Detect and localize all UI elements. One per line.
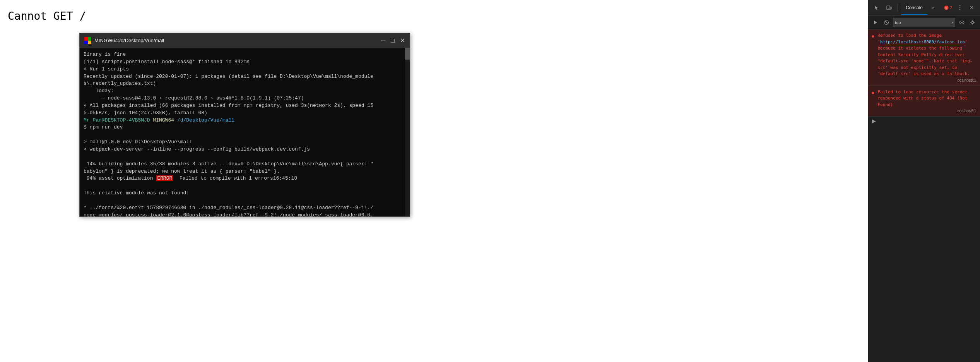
- expand-arrow-icon[interactable]: ▶: [872, 118, 876, 124]
- filter-bar: top frame1 frame2 ▾: [868, 15, 980, 29]
- terminal-title-left: MINGW64:/d/Desktop/Vue/mall: [84, 37, 164, 44]
- play-button[interactable]: [871, 18, 880, 27]
- error-source-2[interactable]: localhost/:1: [877, 109, 976, 113]
- svg-rect-3: [88, 41, 91, 44]
- block-button[interactable]: [882, 18, 891, 27]
- console-error-1: ● Refused to load the image 'http://loca…: [868, 29, 980, 86]
- tab-console[interactable]: Console: [901, 1, 927, 15]
- block-icon: [884, 20, 889, 25]
- tab-more-btn[interactable]: »: [929, 5, 936, 10]
- terminal-controls: ─ □ ✕: [381, 38, 405, 44]
- context-select[interactable]: top frame1 frame2: [893, 18, 955, 27]
- cannot-get-text: Cannot GET /: [8, 10, 86, 22]
- error-icon-1: ●: [871, 33, 874, 39]
- vertical-dots-icon: ⋮: [957, 4, 963, 11]
- mingw-icon: [84, 37, 91, 44]
- svg-rect-1: [88, 37, 91, 41]
- svg-point-14: [972, 21, 974, 23]
- console-error-2: ● Failed to load resource: the server re…: [868, 86, 980, 117]
- console-messages: ● Refused to load the image 'http://loca…: [868, 29, 980, 362]
- error-content-1: Refused to load the image 'http://localh…: [877, 33, 976, 82]
- devtools-panel: Console » ✕ 2 ⋮ ✕: [868, 0, 980, 362]
- svg-line-11: [885, 21, 888, 24]
- error-content-2: Failed to load resource: the server resp…: [877, 89, 976, 113]
- play-icon: [873, 20, 878, 25]
- svg-point-13: [961, 22, 963, 23]
- failed-load-text: Failed to load resource: the server resp…: [877, 89, 967, 107]
- devtools-toolbar: Console » ✕ 2 ⋮ ✕: [868, 0, 980, 15]
- expand-row: ▶: [868, 117, 980, 125]
- eye-icon: [959, 21, 965, 24]
- terminal-window: MINGW64:/d/Desktop/Vue/mall ─ □ ✕ Binary…: [79, 33, 410, 217]
- terminal-scrollbar[interactable]: [405, 48, 410, 216]
- error-count: 2: [950, 5, 952, 10]
- cursor-icon-btn[interactable]: [871, 2, 882, 13]
- terminal-output: Binary is fine [1/1] scripts.postinstall…: [84, 51, 406, 216]
- error-text-2: Failed to load resource: the server resp…: [877, 89, 976, 108]
- terminal-scrollbar-thumb[interactable]: [405, 48, 410, 60]
- maximize-button[interactable]: □: [391, 38, 395, 44]
- svg-rect-5: [890, 7, 891, 9]
- close-devtools-btn[interactable]: ✕: [966, 2, 977, 13]
- minimize-button[interactable]: ─: [381, 38, 385, 44]
- terminal-body: Binary is fine [1/1] scripts.postinstall…: [80, 48, 410, 216]
- terminal-titlebar: MINGW64:/d/Desktop/Vue/mall ─ □ ✕: [80, 33, 410, 48]
- more-options-btn[interactable]: ⋮: [954, 2, 965, 13]
- device-icon: [886, 5, 892, 10]
- eye-button[interactable]: [958, 18, 966, 27]
- browser-content: Cannot GET / MINGW64:/d/Desktop/Vue/mall…: [0, 0, 868, 362]
- error-icon-2: ●: [871, 89, 874, 96]
- close-button[interactable]: ✕: [400, 38, 405, 44]
- context-filter-wrapper: top frame1 frame2 ▾: [893, 18, 955, 27]
- tab-icons: ✕ 2 ⋮ ✕: [943, 2, 977, 13]
- error-source-1[interactable]: localhost/:1: [877, 78, 976, 82]
- device-icon-btn[interactable]: [884, 2, 894, 13]
- terminal-title: MINGW64:/d/Desktop/Vue/mall: [94, 38, 164, 43]
- svg-rect-0: [84, 37, 88, 41]
- chevron-right-icon: »: [931, 5, 934, 10]
- svg-marker-9: [874, 21, 877, 24]
- refused-reason: ' because it violates the following Cont…: [877, 39, 972, 77]
- svg-text:✕: ✕: [946, 6, 948, 10]
- cursor-icon: [874, 5, 879, 10]
- svg-point-6: [888, 9, 888, 9]
- toolbar-separator: [898, 4, 898, 12]
- gear-button[interactable]: [968, 18, 977, 27]
- favicon-link[interactable]: http://localhost:8080/favicon.ico: [880, 39, 965, 45]
- error-text-1: Refused to load the image 'http://localh…: [877, 33, 976, 77]
- gear-icon: [970, 20, 975, 25]
- error-badge: ✕ 2: [943, 2, 954, 13]
- error-circle-icon: ✕: [944, 5, 949, 10]
- close-icon: ✕: [970, 5, 974, 10]
- svg-rect-2: [84, 41, 88, 44]
